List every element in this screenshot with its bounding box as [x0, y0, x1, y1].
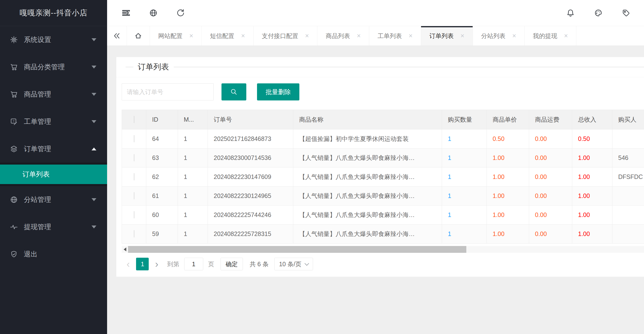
cell-order-no: 20240822230147609 [208, 168, 293, 187]
cell-product: 【人气销量】八爪鱼大爆头即食麻辣小海… [293, 148, 442, 168]
sidebar-subitem-order-list[interactable]: 订单列表 [0, 164, 107, 184]
close-icon[interactable]: × [409, 33, 412, 39]
cell-qty: 1 [442, 225, 487, 244]
tab-sms-config[interactable]: 短信配置 × [202, 26, 254, 46]
cell-id: 62 [146, 168, 178, 187]
home-tab-icon[interactable] [127, 26, 150, 46]
cell-product: 【超值捡漏】初中学生夏季休闲运动套装 [293, 129, 442, 148]
sidebar-item-order-management[interactable]: 订单管理 [0, 135, 107, 162]
sidebar-item-logout[interactable]: 退出 [0, 241, 107, 268]
order-list-panel: 订单列表 批量删除 [116, 57, 644, 277]
cart-icon [10, 90, 18, 98]
page-unit-label: 页 [208, 260, 214, 268]
table-row: 62 1 20240822230147609 【人气销量】八爪鱼大爆头即食麻辣小… [122, 168, 644, 187]
svg-text:?: ? [13, 119, 14, 123]
row-checkbox[interactable] [134, 154, 134, 161]
close-icon[interactable]: × [189, 33, 193, 39]
row-checkbox[interactable] [134, 135, 134, 142]
close-icon[interactable]: × [241, 33, 245, 39]
chevron-down-icon [92, 66, 96, 69]
table-header-row: ID M... 订单号 商品名称 购买数量 商品单价 商品运费 总收入 购买人 [122, 110, 644, 129]
tab-ticket-list[interactable]: 工单列表 × [369, 26, 421, 46]
sidebar-item-system-settings[interactable]: 系统设置 [0, 26, 107, 53]
cell-buyer [612, 129, 644, 148]
sidebar-item-product-category[interactable]: 商品分类管理 [0, 53, 107, 81]
tab-label: 网站配置 [158, 32, 182, 40]
current-page-button[interactable]: 1 [136, 258, 149, 270]
select-all-checkbox[interactable] [134, 116, 134, 123]
refresh-icon[interactable] [176, 8, 186, 18]
cell-checkbox [122, 206, 146, 225]
close-icon[interactable]: × [460, 33, 464, 39]
col-header-product[interactable]: 商品名称 [293, 110, 442, 129]
palette-icon[interactable] [594, 8, 603, 18]
cell-id: 61 [146, 187, 178, 206]
close-icon[interactable]: × [305, 33, 309, 39]
tab-payment-config[interactable]: 支付接口配置 × [254, 26, 318, 46]
search-button[interactable] [222, 83, 246, 100]
cell-income: 1.00 [572, 206, 612, 225]
sidebar-item-withdrawal-management[interactable]: 提现管理 [0, 213, 107, 241]
sidebar-item-label: 工单管理 [24, 117, 51, 126]
chevron-down-icon [92, 226, 96, 228]
globe-icon[interactable] [148, 8, 158, 18]
sidebar-item-label: 商品分类管理 [24, 62, 65, 72]
col-header-member[interactable]: M... [178, 110, 208, 129]
table-row: 60 1 20240822225744246 【人气销量】八爪鱼大爆头即食麻辣小… [122, 206, 644, 225]
col-header-price[interactable]: 商品单价 [487, 110, 529, 129]
col-header-qty[interactable]: 购买数量 [442, 110, 487, 129]
chevron-down-icon [92, 38, 96, 41]
row-checkbox[interactable] [134, 192, 134, 200]
col-header-income[interactable]: 总收入 [572, 110, 612, 129]
collapse-sidebar-icon[interactable] [121, 8, 131, 18]
tag-icon[interactable] [621, 8, 631, 18]
app-window: 嘎嘎亲测--抖音小店 系统设置 商品分类管理 [0, 0, 644, 334]
sidebar-item-substation-management[interactable]: 分站管理 [0, 186, 107, 213]
horizontal-scrollbar[interactable] [122, 246, 644, 253]
cell-member: 1 [178, 168, 208, 187]
col-header-shipping[interactable]: 商品运费 [529, 110, 572, 129]
scrollbar-thumb[interactable] [128, 246, 466, 253]
next-page-icon[interactable]: › [155, 259, 158, 269]
prev-page-icon[interactable]: ‹ [126, 259, 130, 269]
row-checkbox[interactable] [134, 230, 134, 237]
scroll-left-arrow-icon[interactable] [122, 246, 128, 253]
sidebar-item-label: 分站管理 [24, 195, 51, 204]
cell-income: 1.00 [572, 148, 612, 168]
order-table: ID M... 订单号 商品名称 购买数量 商品单价 商品运费 总收入 购买人 [122, 110, 644, 244]
row-checkbox[interactable] [134, 211, 134, 218]
tab-substation-list[interactable]: 分站列表 × [473, 26, 525, 46]
order-search-input[interactable] [122, 83, 214, 100]
cell-shipping: 0.00 [529, 206, 572, 225]
page-title: 订单列表 [138, 62, 169, 72]
sidebar-item-product-management[interactable]: 商品管理 [0, 81, 107, 108]
close-icon[interactable]: × [564, 33, 568, 39]
cell-checkbox [122, 225, 146, 244]
tab-my-withdrawal[interactable]: 我的提现 × [524, 26, 576, 46]
page-size-select[interactable]: 10 条/页 [274, 258, 313, 270]
close-icon[interactable]: × [512, 33, 516, 39]
cell-buyer: 546 [612, 148, 644, 168]
bell-icon[interactable] [566, 8, 575, 18]
goto-page-input[interactable] [184, 258, 203, 270]
confirm-page-button[interactable]: 确定 [220, 258, 243, 270]
cell-shipping: 0.00 [529, 225, 572, 244]
tab-website-config[interactable]: 网站配置 × [150, 26, 202, 46]
cell-member: 1 [178, 187, 208, 206]
panel-title-row: 订单列表 [116, 57, 644, 77]
col-header-buyer[interactable]: 购买人 [612, 110, 644, 129]
tabs-scroll-left-icon[interactable] [107, 26, 127, 46]
tab-order-list[interactable]: 订单列表 × [421, 26, 473, 46]
ticket-icon: ? [10, 117, 18, 126]
order-management-submenu: 订单列表 [0, 162, 107, 186]
sidebar-item-ticket-management[interactable]: ? 工单管理 [0, 108, 107, 135]
cell-price: 1.00 [487, 206, 529, 225]
col-header-order-no[interactable]: 订单号 [208, 110, 293, 129]
row-checkbox[interactable] [134, 173, 134, 181]
tab-product-list[interactable]: 商品列表 × [318, 26, 369, 46]
batch-delete-button[interactable]: 批量删除 [257, 83, 299, 100]
close-icon[interactable]: × [357, 33, 361, 39]
pulse-icon [10, 223, 18, 231]
col-header-id[interactable]: ID [146, 110, 178, 129]
cell-qty: 1 [442, 206, 487, 225]
